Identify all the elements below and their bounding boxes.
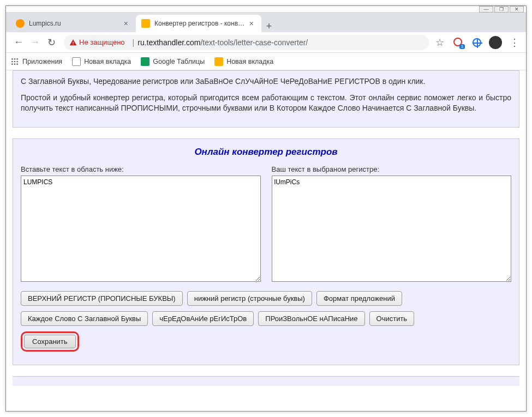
converter-title: Онлайн конвертер регистров — [21, 147, 511, 158]
reload-button[interactable]: ↻ — [43, 34, 59, 51]
svg-point-2 — [16, 58, 18, 60]
window-titlebar: — ❐ ✕ — [6, 6, 526, 13]
page-content[interactable]: С Заглавной Буквы, Чередование регистров… — [6, 70, 526, 411]
warning-icon — [69, 39, 77, 46]
badge-count: 3 — [459, 44, 465, 49]
close-tab-icon[interactable]: × — [122, 19, 130, 28]
browser-menu-button[interactable]: ⋮ — [507, 37, 522, 49]
sentence-case-button[interactable]: Формат предложений — [316, 291, 402, 306]
bookmark-star-icon[interactable]: ☆ — [433, 36, 446, 49]
bookmark-label: Приложения — [22, 58, 62, 65]
svg-point-1 — [14, 58, 16, 60]
svg-point-0 — [11, 58, 13, 60]
input-textarea[interactable] — [21, 176, 261, 282]
bookmark-apps[interactable]: Приложения — [10, 57, 62, 66]
page-icon — [72, 57, 81, 66]
address-bar: ← → ↻ Не защищено | ru.texthandler.com/t… — [6, 32, 526, 53]
tab-strip: Lumpics.ru × Конвертер регистров - конве… — [6, 13, 526, 32]
output-textarea[interactable] — [272, 176, 512, 282]
svg-point-6 — [11, 63, 13, 65]
svg-point-7 — [14, 63, 16, 65]
profile-avatar[interactable] — [489, 36, 502, 49]
buttons-row-1: ВЕРХНИЙ РЕГИСТР (ПРОПИСНЫЕ БУКВЫ) нижний… — [21, 291, 511, 306]
url-text: ru.texthandler.com/text-tools/letter-cas… — [138, 38, 308, 47]
save-button[interactable]: Сохранить — [24, 335, 76, 348]
security-warning[interactable]: Не защищено — [69, 38, 125, 46]
bookmark-label: Google Таблицы — [153, 58, 205, 65]
uppercase-button[interactable]: ВЕРХНИЙ РЕГИСТР (ПРОПИСНЫЕ БУКВЫ) — [21, 291, 183, 306]
random-case-button[interactable]: ПРоиЗВольнОЕ нАПисаНие — [258, 311, 364, 326]
separator: | — [133, 38, 135, 47]
svg-point-3 — [11, 61, 13, 62]
translate-icon[interactable] — [470, 36, 483, 49]
buttons-row-3: Сохранить — [21, 331, 511, 352]
favicon-icon — [16, 19, 25, 28]
page-icon — [214, 57, 223, 66]
svg-point-5 — [16, 61, 18, 62]
security-label: Не защищено — [79, 38, 125, 46]
bookmark-newtab1[interactable]: Новая вкладка — [72, 57, 131, 66]
minimize-button[interactable]: — — [479, 6, 493, 13]
tab-converter[interactable]: Конвертер регистров - конверт × — [136, 15, 261, 32]
clear-button[interactable]: Очистить — [369, 311, 415, 326]
svg-point-8 — [16, 63, 18, 65]
new-tab-button[interactable]: + — [261, 21, 277, 32]
next-panel-top — [13, 376, 519, 386]
buttons-row-2: Каждое Слово С Заглавной Буквы чЕрЕдОвАн… — [21, 311, 511, 326]
svg-point-4 — [14, 61, 16, 62]
tab-title: Lumpics.ru — [29, 20, 122, 27]
extension-badge[interactable]: 3 — [452, 36, 465, 49]
description-text-1: С Заглавной Буквы, Чередование регистров… — [21, 76, 511, 87]
favicon-icon — [141, 19, 150, 28]
back-button[interactable]: ← — [10, 34, 27, 51]
bookmark-sheets[interactable]: Google Таблицы — [141, 57, 205, 66]
input-column: Вставьте текст в область ниже: — [21, 165, 261, 283]
description-panel: С Заглавной Буквы, Чередование регистров… — [13, 70, 519, 128]
alternating-case-button[interactable]: чЕрЕдОвАнИе рЕгИсТрОв — [152, 311, 254, 326]
bookmark-newtab2[interactable]: Новая вкладка — [214, 57, 273, 66]
tab-title: Конвертер регистров - конверт — [154, 20, 247, 27]
bookmark-label: Новая вкладка — [226, 58, 273, 65]
converter-panel: Онлайн конвертер регистров Вставьте текс… — [13, 138, 519, 365]
save-highlight: Сохранить — [21, 331, 79, 352]
close-tab-icon[interactable]: × — [247, 19, 256, 28]
close-window-button[interactable]: ✕ — [510, 6, 524, 13]
apps-icon — [10, 57, 19, 66]
sheets-icon — [141, 57, 150, 66]
output-label: Ваш текст в выбраном регистре: — [272, 165, 512, 173]
forward-button[interactable]: → — [27, 34, 43, 51]
bookmarks-bar: Приложения Новая вкладка Google Таблицы … — [6, 53, 526, 70]
input-label: Вставьте текст в область ниже: — [21, 165, 261, 173]
browser-window: — ❐ ✕ Lumpics.ru × Конвертер регистров -… — [5, 5, 527, 412]
description-text-2: Простой и удобный конвертер регистра, ко… — [21, 93, 511, 114]
output-column: Ваш текст в выбраном регистре: — [272, 165, 512, 283]
title-case-button[interactable]: Каждое Слово С Заглавной Буквы — [21, 311, 148, 326]
toolbar-icons: ☆ 3 ⋮ — [433, 36, 522, 49]
omnibox[interactable]: Не защищено | ru.texthandler.com/text-to… — [64, 35, 429, 50]
textareas-row: Вставьте текст в область ниже: Ваш текст… — [21, 165, 511, 283]
lowercase-button[interactable]: нижний регистр (строчные буквы) — [187, 291, 312, 306]
maximize-button[interactable]: ❐ — [494, 6, 509, 13]
bookmark-label: Новая вкладка — [84, 58, 131, 65]
tab-lumpics[interactable]: Lumpics.ru × — [10, 15, 136, 32]
